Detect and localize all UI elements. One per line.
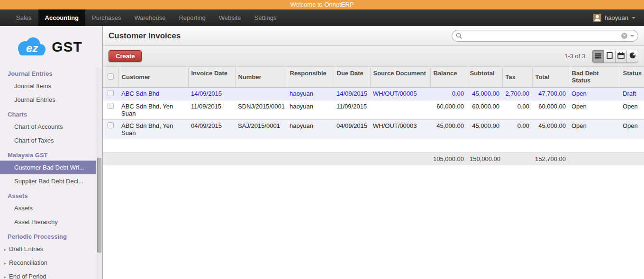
sidebar-item-journal-entries[interactable]: Journal Entries (0, 93, 96, 107)
col-header-status[interactable]: Status (620, 67, 644, 88)
cell-source-document[interactable]: WH/OUT/00005 (370, 88, 430, 100)
cell-customer[interactable]: ABC Sdn Bhd, Yen Suan (118, 120, 188, 139)
nav-item-website[interactable]: Website (212, 9, 248, 26)
cell-invoice-date[interactable]: 14/09/2015 (188, 88, 235, 100)
view-form-button[interactable] (604, 50, 615, 63)
search-input[interactable] (465, 32, 618, 39)
cell-balance[interactable]: 45,000.00 (430, 120, 467, 139)
cell-due-date[interactable]: 14/09/2015 (334, 88, 370, 100)
cell-responsible[interactable]: haoyuan (287, 100, 334, 120)
invoice-row[interactable]: ABC Sdn Bhd14/09/2015haoyuan14/09/2015WH… (103, 88, 644, 100)
cell-number[interactable]: SDNJ/2015/0001 (235, 100, 287, 120)
row-checkbox[interactable] (108, 122, 114, 128)
row-checkbox[interactable] (108, 103, 114, 109)
nav-item-accounting[interactable]: Accounting (38, 9, 86, 26)
sidebar-section-assets: Assets (0, 188, 96, 201)
nav-item-warehouse[interactable]: Warehouse (127, 9, 172, 26)
user-avatar-icon (593, 14, 601, 22)
expand-arrow-icon[interactable]: ▸ (4, 261, 6, 266)
expand-arrow-icon[interactable]: ▸ (4, 274, 6, 279)
sidebar-item-assets[interactable]: Assets (0, 201, 96, 215)
nav-item-sales[interactable]: Sales (9, 9, 38, 26)
sidebar-item-chart-of-accounts[interactable]: Chart of Accounts (0, 120, 96, 134)
sidebar-item-journal-items[interactable]: Journal Items (0, 79, 96, 93)
nav-item-purchases[interactable]: Purchases (85, 9, 127, 26)
select-all-header-cell (103, 67, 118, 88)
view-graph-button[interactable] (626, 50, 638, 63)
cell-invoice-date[interactable]: 11/09/2015 (188, 100, 235, 120)
col-header-number[interactable]: Number (235, 67, 287, 88)
cell-tax[interactable]: 0.00 (502, 100, 532, 120)
col-header-balance[interactable]: Balance (430, 67, 467, 88)
sidebar-item-end-of-period[interactable]: ▸End of Period (0, 270, 96, 279)
cell-bad-debt-status[interactable]: Open (569, 88, 620, 100)
footer-bad-debt-status (569, 153, 620, 165)
search-clear-icon[interactable]: ✕ (621, 33, 627, 39)
col-header-tax[interactable]: Tax (502, 67, 532, 88)
expand-arrow-icon[interactable]: ▸ (4, 247, 6, 252)
cell-total[interactable]: 60,000.00 (532, 100, 569, 120)
sidebar-item-customer-bad-debt-wri[interactable]: Customer Bad Debt Wri... (0, 161, 96, 174)
sidebar-scrollbar-thumb[interactable] (97, 158, 101, 252)
svg-text:ez: ez (26, 42, 38, 54)
cell-balance[interactable]: 60,000.00 (430, 100, 467, 120)
cell-customer[interactable]: ABC Sdn Bhd (118, 88, 188, 100)
cell-number[interactable]: SAJ/2015/0001 (235, 120, 287, 139)
select-all-checkbox[interactable] (108, 73, 114, 80)
sidebar-item-reconciliation[interactable]: ▸Reconciliation (0, 256, 96, 270)
view-list-button[interactable] (592, 50, 604, 63)
sidebar-section-journal-entries: Journal Entries (0, 66, 96, 79)
nav-item-settings[interactable]: Settings (248, 9, 283, 26)
invoice-row[interactable]: ABC Sdn Bhd, Yen Suan04/09/2015SAJ/2015/… (103, 120, 644, 139)
footer-customer (118, 153, 188, 165)
sidebar-item-supplier-bad-debt-decl[interactable]: Supplier Bad Debt Decl... (0, 174, 96, 188)
cell-bad-debt-status[interactable]: Open (569, 100, 620, 120)
cell-responsible[interactable]: haoyuan (287, 88, 334, 100)
col-header-subtotal[interactable]: Subtotal (467, 67, 502, 88)
search-box[interactable]: ✕ (452, 30, 638, 42)
sidebar-scrollbar-track[interactable] (96, 68, 102, 279)
user-menu[interactable]: haoyuan (593, 9, 644, 26)
cell-tax[interactable]: 2,700.00 (502, 88, 532, 100)
col-header-total[interactable]: Total (532, 67, 569, 88)
cell-status[interactable]: Open (620, 120, 644, 139)
create-button[interactable]: Create (109, 50, 142, 62)
col-header-invoice-date[interactable]: Invoice Date (188, 67, 235, 88)
cell-subtotal[interactable]: 45,000.00 (467, 88, 502, 100)
cell-bad-debt-status[interactable]: Open (569, 120, 620, 139)
cell-source-document[interactable] (370, 100, 430, 120)
cell-tax[interactable]: 0.00 (502, 120, 532, 139)
sidebar-item-draft-entries[interactable]: ▸Draft Entries (0, 242, 96, 256)
sidebar-section-malaysia-gst: Malaysia GST (0, 147, 96, 161)
col-header-source-document[interactable]: Source Document (370, 67, 430, 88)
cell-status[interactable]: Draft (620, 88, 644, 100)
row-checkbox[interactable] (108, 90, 114, 96)
footer-invoice-date (188, 153, 235, 165)
search-options-caret-icon[interactable] (630, 35, 634, 37)
row-select-cell (103, 100, 118, 120)
col-header-responsible[interactable]: Responsible (287, 67, 334, 88)
nav-item-reporting[interactable]: Reporting (172, 9, 212, 26)
cell-status[interactable]: Open (620, 100, 644, 120)
col-header-bad-debt-status[interactable]: Bad Debt Status (569, 67, 620, 88)
sidebar-item-chart-of-taxes[interactable]: Chart of Taxes (0, 134, 96, 147)
cell-invoice-date[interactable]: 04/09/2015 (188, 120, 235, 139)
footer-status (620, 153, 644, 165)
col-header-due-date[interactable]: Due Date (334, 67, 370, 88)
view-calendar-button[interactable] (615, 50, 626, 63)
cell-due-date[interactable]: 04/09/2015 (334, 120, 370, 139)
col-header-customer[interactable]: Customer (118, 67, 188, 88)
sidebar-section-periodic-processing: Periodic Processing (0, 229, 96, 242)
cell-subtotal[interactable]: 45,000.00 (467, 120, 502, 139)
cell-total[interactable]: 45,000.00 (532, 120, 569, 139)
cell-source-document[interactable]: WH/OUT/00003 (370, 120, 430, 139)
cell-responsible[interactable]: haoyuan (287, 120, 334, 139)
cell-number[interactable] (235, 88, 287, 100)
cell-total[interactable]: 47,700.00 (532, 88, 569, 100)
invoice-row[interactable]: ABC Sdn Bhd, Yen Suan11/09/2015SDNJ/2015… (103, 100, 644, 120)
cell-due-date[interactable]: 11/09/2015 (334, 100, 370, 120)
cell-subtotal[interactable]: 60,000.00 (467, 100, 502, 120)
sidebar-item-asset-hierarchy[interactable]: Asset Hierarchy (0, 215, 96, 229)
cell-customer[interactable]: ABC Sdn Bhd, Yen Suan (118, 100, 188, 120)
cell-balance[interactable]: 0.00 (430, 88, 467, 100)
